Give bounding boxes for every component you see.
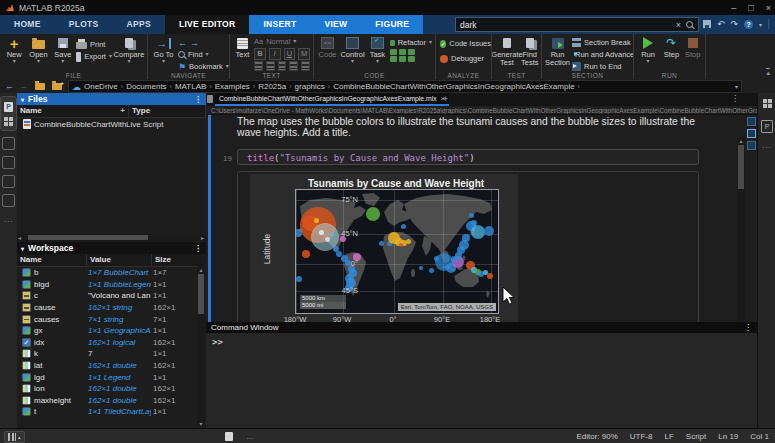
align-left-icon[interactable] — [278, 61, 287, 71]
code-tool-icon[interactable] — [408, 56, 415, 62]
figure-palette-icon[interactable] — [763, 99, 772, 108]
run-and-advance-button[interactable]: Run and Advance — [572, 49, 634, 60]
new-folder-icon[interactable]: + — [52, 83, 62, 90]
ribbon-tab-home[interactable]: HOME — [0, 15, 55, 34]
live-script-content[interactable]: 19 The map uses the bubble colors to ill… — [206, 115, 757, 322]
output-inline-view-icon[interactable] — [747, 117, 756, 126]
output-right-view-icon[interactable] — [747, 129, 756, 138]
code-issues-button[interactable]: ✓Code Issues — [440, 38, 491, 49]
code-tool-icon[interactable] — [390, 56, 397, 62]
close-button[interactable]: × — [766, 3, 771, 13]
ribbon-tab-view[interactable]: VIEW — [310, 15, 361, 34]
nav-back-icon[interactable]: ← — [178, 38, 187, 48]
generate-test-button[interactable]: Generate Test — [495, 36, 519, 68]
workspace-row[interactable]: b1×7 BubbleChart1×7 — [17, 267, 206, 279]
monospace-button[interactable]: M — [298, 48, 310, 60]
ribbon-tab-insert[interactable]: INSERT — [249, 15, 310, 34]
compare-button[interactable]: Compare▾ — [114, 36, 144, 64]
align-center-icon[interactable] — [289, 61, 298, 71]
command-window-menu-icon[interactable]: ⋮ — [744, 323, 752, 332]
breadcrumb-item[interactable]: R2025a — [258, 82, 286, 91]
bullet-list-icon[interactable] — [254, 61, 263, 71]
task-button[interactable]: Task▾ — [367, 36, 388, 64]
run-button[interactable]: Run▾ — [637, 36, 659, 64]
files-menu-icon[interactable]: ⋮ — [194, 95, 202, 104]
tab-bar-menu-icon[interactable]: ⋮ — [731, 94, 739, 103]
search-input[interactable] — [456, 19, 673, 30]
code-tool-icon[interactable] — [390, 49, 397, 55]
workspace-row[interactable]: blgd1×1 BubbleLegend1×1 — [17, 279, 206, 291]
breadcrumb-item[interactable]: Documents — [126, 82, 166, 91]
section-break-button[interactable]: Section Break — [572, 37, 634, 48]
output-hide-view-icon[interactable] — [747, 141, 756, 150]
command-prompt[interactable]: >> — [206, 333, 757, 347]
bookmark-button[interactable]: ⚑Bookmark▾ — [178, 61, 226, 72]
collapse-ribbon-icon[interactable]: ▴ — [766, 68, 770, 76]
code-tool-icon[interactable] — [408, 49, 415, 55]
workspace-row[interactable]: t1×1 TiledChartLay...1×1 — [17, 406, 206, 418]
collapse-files-icon[interactable]: ▾ — [21, 96, 24, 103]
command-window-header[interactable]: Command Window ⋮ — [206, 322, 757, 333]
files-panel-header[interactable]: ▾ Files ⋮ — [17, 93, 206, 105]
files-column-name[interactable]: Name+ — [17, 105, 129, 117]
find-button[interactable]: Find▾ — [178, 49, 226, 60]
open-button[interactable]: Open▾ — [27, 36, 49, 64]
breadcrumb-item[interactable]: MATLAB — [175, 82, 206, 91]
files-horizontal-scrollbar[interactable]: ◂▸ — [17, 234, 205, 241]
search-clear-icon[interactable]: × — [673, 20, 684, 30]
step-button[interactable]: ↷Step — [661, 36, 681, 59]
history-back-icon[interactable]: ← — [5, 80, 14, 92]
code-tool-icon[interactable] — [399, 49, 406, 55]
workspace-row[interactable]: lat162×1 double162×1 — [17, 360, 206, 372]
history-forward-icon[interactable]: → — [19, 80, 28, 92]
status-editor-zoom[interactable]: Editor: 90% — [576, 432, 617, 441]
bold-button[interactable]: B — [254, 48, 266, 60]
workspace-row[interactable]: lgd1×1 Legend1×1 — [17, 371, 206, 383]
workspace-panel-header[interactable]: ▾ Workspace ⋮ — [17, 242, 206, 254]
new-tab-icon[interactable]: + — [443, 94, 448, 104]
workspace-column-value[interactable]: Value — [87, 254, 152, 266]
sidebar-more-icon[interactable]: ... — [0, 215, 17, 224]
find-tests-button[interactable]: Find Tests — [521, 36, 539, 68]
stop-button[interactable]: Stop — [684, 36, 702, 59]
nav-forward-icon[interactable]: → — [190, 38, 199, 48]
document-tab[interactable]: CombineBubbleChartWithOtherGraphicsInGeo… — [215, 93, 449, 106]
undo-icon[interactable]: ↶ — [717, 19, 725, 29]
figure-panel[interactable]: Tsunamis by Cause and Wave Height — [250, 174, 518, 336]
editor-scrollbar[interactable]: ▴ ▾ — [737, 137, 745, 336]
code-line[interactable]: title("Tsunamis by Cause and Wave Height… — [237, 149, 699, 165]
geographic-axes[interactable]: 5000 km 5000 mi Esri, TomTom, FAO, NOAA,… — [295, 189, 499, 314]
italic-button[interactable]: I — [269, 48, 281, 60]
workspace-row[interactable]: gx1×1 GeographicA...1×1 — [17, 325, 206, 337]
ribbon-tab-plots[interactable]: PLOTS — [55, 15, 113, 34]
run-section-button[interactable]: Run Section — [545, 36, 570, 68]
workspace-row[interactable]: maxheight162×1 double162×1 — [17, 395, 206, 407]
right-sidebar-more-icon[interactable]: ... — [758, 141, 775, 150]
document-bar-pin-icon[interactable] — [207, 95, 213, 103]
workspace-column-size[interactable]: Size — [152, 254, 206, 266]
sidebar-panels-icon[interactable]: P — [4, 102, 13, 112]
status-more-icon[interactable]: ... — [247, 432, 254, 441]
minimize-button[interactable]: – — [731, 3, 736, 13]
quick-save-icon[interactable] — [703, 20, 711, 28]
new-button[interactable]: +New▾ — [3, 36, 25, 64]
export-button[interactable]: Export▾ — [76, 51, 112, 62]
print-button[interactable]: Print — [76, 39, 112, 50]
text-style-dropdown[interactable]: Normal — [266, 37, 290, 46]
workspace-vertical-scrollbar[interactable]: ▴ ▾ — [197, 266, 205, 427]
workspace-row[interactable]: cause162×1 string162×1 — [17, 302, 206, 314]
sidebar-apps-grid-icon[interactable] — [4, 117, 13, 126]
collapse-workspace-icon[interactable]: ▾ — [21, 245, 24, 252]
underline-button[interactable]: U — [284, 48, 296, 60]
code-tool-icon[interactable] — [399, 56, 406, 62]
folder-up-icon[interactable] — [35, 83, 45, 90]
refactor-button[interactable]: Refactor▾ — [390, 37, 432, 48]
sidebar-history-icon[interactable] — [2, 175, 15, 188]
search-icon[interactable] — [686, 21, 693, 28]
workspace-row[interactable]: k71×1 — [17, 348, 206, 360]
file-row[interactable]: CombineBubbleChartWithO...Live Script — [17, 118, 206, 130]
ribbon-tab-live-editor[interactable]: LIVE EDITOR — [165, 15, 250, 34]
ribbon-tab-apps[interactable]: APPS — [113, 15, 165, 34]
align-right-icon[interactable] — [301, 61, 310, 71]
script-paragraph-text[interactable]: The map uses the bubble colors to illust… — [237, 116, 707, 138]
